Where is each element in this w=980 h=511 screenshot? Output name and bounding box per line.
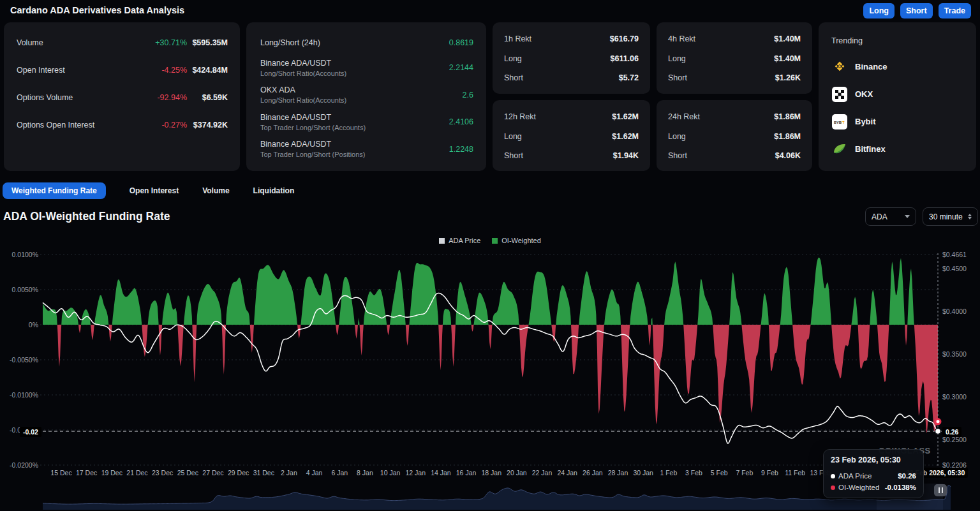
left-axis-tick: 0.0050%	[12, 286, 38, 293]
price-axis-readout: 0.26	[942, 427, 961, 437]
x-axis-tick: 19 Dec	[101, 469, 122, 477]
left-axis-tick: 0%	[29, 321, 38, 329]
x-axis-tick: 25 Dec	[177, 469, 198, 477]
oi-dot-icon	[831, 485, 835, 490]
x-axis-tick: 1 Feb	[660, 469, 677, 477]
left-axis-tick: -0.0100%	[10, 391, 38, 399]
x-axis-tick: 10 Jan	[380, 469, 401, 477]
left-axis-tick: -0.0200%	[10, 461, 38, 469]
tooltip-row-oi: OI-Weighted -0.0138%	[831, 482, 916, 493]
x-axis-tick: 29 Dec	[228, 469, 249, 477]
x-axis-tick: 9 Feb	[761, 469, 778, 477]
x-axis-tick: 5 Feb	[711, 469, 728, 477]
right-axis-tick: $0.4661	[942, 251, 967, 258]
right-axis-tick: $0.3500	[942, 350, 967, 358]
x-axis-tick: 28 Jan	[608, 469, 628, 477]
left-axis-readout: -0.02	[20, 427, 41, 437]
x-axis-tick: 4 Jan	[306, 469, 323, 477]
x-axis-tick: 7 Feb	[736, 469, 753, 477]
left-axis-tick: 0.0100%	[12, 251, 38, 258]
x-axis-tick: 2 Jan	[281, 469, 297, 477]
x-axis-tick: 6 Jan	[331, 469, 348, 477]
x-axis-tick: 18 Jan	[481, 469, 501, 477]
right-axis-tick: $0.4500	[942, 265, 967, 272]
x-axis-tick: 12 Jan	[405, 469, 426, 477]
right-axis-tick: $0.3000	[942, 393, 967, 401]
x-axis-tick: 31 Dec	[253, 469, 274, 477]
x-axis-tick: 20 Jan	[507, 469, 527, 477]
chart-tooltip: 23 Feb 2026, 05:30 ADA Price $0.26 OI-We…	[823, 449, 924, 498]
tooltip-datetime: 23 Feb 2026, 05:30	[831, 455, 916, 464]
x-axis-tick: 27 Dec	[202, 469, 223, 477]
right-axis-tick: $0.2500	[942, 436, 967, 443]
x-axis-tick: 24 Jan	[557, 469, 577, 477]
left-axis-tick: -0.0050%	[10, 356, 38, 364]
x-axis-tick: 30 Jan	[633, 469, 653, 477]
x-axis-tick: 11 Feb	[785, 469, 805, 477]
right-axis-tick: $0.4000	[942, 307, 967, 315]
price-dot-icon	[831, 474, 835, 478]
x-axis-tick: 14 Jan	[431, 469, 451, 477]
x-axis-tick: 22 Jan	[532, 469, 553, 477]
x-axis-tick: 15 Dec	[50, 469, 71, 477]
tooltip-row-price: ADA Price $0.26	[831, 470, 916, 482]
x-axis-tick: 16 Jan	[456, 469, 477, 477]
x-axis-tick: 3 Feb	[685, 469, 702, 477]
x-axis-tick: 8 Jan	[357, 469, 373, 477]
navigator-handle[interactable]	[934, 484, 947, 496]
x-axis-tick: 26 Jan	[583, 469, 603, 477]
x-axis-tick: 17 Dec	[76, 469, 97, 477]
x-axis-tick: 23 Dec	[152, 469, 173, 477]
x-axis-tick: 21 Dec	[126, 469, 147, 477]
funding-rate-chart[interactable]	[0, 0, 980, 511]
